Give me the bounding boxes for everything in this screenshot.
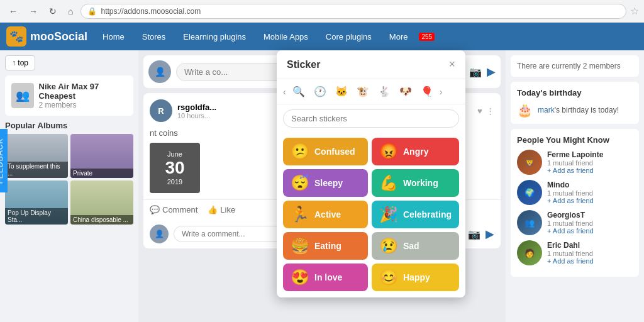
browser-bar: ← → ↻ ⌂ 🔒 https://addons.moosocial.com ☆ bbox=[0, 0, 644, 23]
like-post-btn[interactable]: ♥ bbox=[477, 106, 482, 116]
add-friend-btn[interactable]: + Add as friend bbox=[547, 197, 633, 204]
person-avatar: 🧑 bbox=[517, 240, 542, 265]
like-button[interactable]: 👍 Like bbox=[208, 205, 235, 214]
top-button[interactable]: ↑ top bbox=[5, 55, 35, 70]
person-info: Ferme Lapointe 1 mutual friend + Add as … bbox=[547, 150, 633, 174]
like-icon: 👍 bbox=[208, 205, 218, 214]
send-button[interactable]: ▶ bbox=[487, 65, 496, 79]
person-name: Mindo bbox=[547, 180, 633, 189]
sticker-grid: 😕 Confused 😡 Angry 😴 Sleepy 💪 Working 🏃 … bbox=[277, 133, 465, 297]
camera-icon-btn[interactable]: 📷 bbox=[469, 66, 482, 78]
album-label: Private bbox=[70, 169, 133, 178]
sticker-tab-search[interactable]: 🔍 bbox=[290, 83, 308, 100]
birthday-title: Today's birthday bbox=[517, 88, 633, 97]
celebrating-emoji: 🎉 bbox=[379, 206, 398, 223]
sticker-tab-2[interactable]: 🐮 bbox=[354, 83, 372, 100]
person-info: Eric Dahl 1 mutual friend + Add as frien… bbox=[547, 241, 633, 265]
lock-icon: 🔒 bbox=[87, 7, 97, 16]
celebrating-label: Celebrating bbox=[403, 209, 452, 219]
sticker-eating[interactable]: 🍔 Eating bbox=[283, 232, 368, 260]
group-icon: 👥 bbox=[11, 83, 34, 108]
sleepy-label: Sleepy bbox=[314, 178, 343, 188]
sticker-celebrating[interactable]: 🎉 Celebrating bbox=[372, 201, 459, 228]
person-info: Mindo 1 mutual friend + Add as friend bbox=[547, 180, 633, 204]
person-mutual: 1 mutual friend bbox=[547, 250, 633, 257]
confused-emoji: 😕 bbox=[291, 143, 309, 160]
photo-button[interactable]: 📷 bbox=[468, 228, 480, 240]
site-logo: 🐾 mooSocial bbox=[6, 26, 87, 47]
sticker-tab-5[interactable]: 🎈 bbox=[418, 83, 436, 100]
sad-label: Sad bbox=[403, 241, 419, 251]
sticker-inlove[interactable]: 😍 In love bbox=[283, 264, 368, 291]
add-friend-btn[interactable]: + Add as friend bbox=[547, 257, 633, 265]
members-section: There are currently 2 members bbox=[511, 55, 639, 77]
members-text: There are currently 2 members bbox=[517, 62, 633, 70]
album-label: China disposable ... bbox=[70, 215, 133, 225]
nav-elearning[interactable]: Elearning plugins bbox=[174, 23, 255, 50]
nav-stores[interactable]: Stores bbox=[133, 23, 175, 50]
feedback-tab[interactable]: FEEDBACK bbox=[0, 130, 8, 193]
album-item[interactable]: China disposable ... bbox=[70, 180, 133, 225]
post-actions: ♥ ⋮ bbox=[477, 106, 494, 116]
album-item[interactable]: To supplement this ... bbox=[5, 134, 68, 178]
person-info: GeorgiosT 1 mutual friend + Add as frien… bbox=[547, 211, 633, 235]
person-name: GeorgiosT bbox=[547, 211, 633, 219]
sticker-tab-3[interactable]: 🐇 bbox=[375, 83, 393, 100]
album-item[interactable]: Pop Up Display Sta... bbox=[5, 180, 68, 225]
modal-close-button[interactable]: × bbox=[448, 58, 455, 71]
sticker-working[interactable]: 💪 Working bbox=[372, 169, 459, 197]
album-item[interactable]: Private bbox=[70, 134, 133, 178]
sad-emoji: 😢 bbox=[379, 237, 398, 255]
birthday-link[interactable]: mark bbox=[538, 106, 555, 114]
home-button[interactable]: ⌂ bbox=[64, 4, 77, 19]
birthday-row: 🎂 mark's birthday is today! bbox=[517, 103, 633, 118]
modal-title: Sticker bbox=[287, 59, 320, 70]
nav-core[interactable]: Core plugins bbox=[317, 23, 380, 50]
refresh-button[interactable]: ↻ bbox=[45, 4, 60, 19]
angry-label: Angry bbox=[403, 147, 428, 157]
birthday-section: Today's birthday 🎂 mark's birthday is to… bbox=[511, 82, 639, 124]
sticker-sad[interactable]: 😢 Sad bbox=[372, 232, 459, 260]
confused-label: Confused bbox=[314, 147, 355, 157]
person-row: 🦁 Ferme Lapointe 1 mutual friend + Add a… bbox=[517, 150, 633, 175]
nav-more[interactable]: More bbox=[380, 23, 417, 50]
sticker-tab-next[interactable]: › bbox=[440, 87, 443, 97]
group-card: 👥 Nike Air Max 97 Cheapest 2 members bbox=[5, 75, 133, 116]
comment-send-button[interactable]: ▶ bbox=[486, 227, 494, 241]
date-month: June bbox=[167, 150, 182, 158]
nav-home[interactable]: Home bbox=[94, 23, 133, 50]
notification-badge: 255 bbox=[419, 33, 435, 41]
back-button[interactable]: ← bbox=[5, 4, 21, 19]
sticker-tab-1[interactable]: 🐱 bbox=[333, 83, 350, 100]
person-avatar: 👥 bbox=[517, 210, 542, 235]
sticker-search-input[interactable] bbox=[283, 109, 459, 128]
more-options-btn[interactable]: ⋮ bbox=[486, 106, 494, 116]
inlove-emoji: 😍 bbox=[291, 269, 309, 286]
albums-grid: To supplement this ... Private Pop Up Di… bbox=[5, 134, 133, 225]
sticker-active[interactable]: 🏃 Active bbox=[283, 201, 368, 228]
address-bar[interactable]: 🔒 https://addons.moosocial.com bbox=[80, 4, 626, 19]
bookmark-button[interactable]: ☆ bbox=[630, 5, 639, 17]
forward-button[interactable]: → bbox=[25, 4, 42, 19]
sticker-sleepy[interactable]: 😴 Sleepy bbox=[283, 169, 368, 197]
happy-emoji: 😊 bbox=[379, 269, 398, 286]
add-friend-btn[interactable]: + Add as friend bbox=[547, 227, 633, 235]
sticker-tab-4[interactable]: 🐶 bbox=[397, 83, 414, 100]
logo-icon: 🐾 bbox=[6, 26, 26, 47]
modal-header: Sticker × bbox=[277, 50, 465, 79]
sticker-tab-prev[interactable]: ‹ bbox=[283, 87, 286, 97]
comment-button[interactable]: 💬 Comment bbox=[150, 205, 197, 214]
nav-mobile[interactable]: Mobile Apps bbox=[255, 23, 317, 50]
url-text: https://addons.moosocial.com bbox=[101, 7, 201, 16]
add-friend-btn[interactable]: + Add as friend bbox=[547, 167, 633, 174]
sticker-tab-recent[interactable]: 🕐 bbox=[311, 83, 329, 100]
sticker-angry[interactable]: 😡 Angry bbox=[372, 138, 459, 165]
sticker-happy[interactable]: 😊 Happy bbox=[372, 264, 459, 291]
post-author-name: rsgoldfa... bbox=[177, 103, 216, 112]
happy-label: Happy bbox=[403, 272, 430, 282]
active-emoji: 🏃 bbox=[291, 206, 309, 223]
nav-bar: 🐾 mooSocial Home Stores Elearning plugin… bbox=[0, 23, 644, 50]
sticker-confused[interactable]: 😕 Confused bbox=[283, 138, 368, 165]
sleepy-emoji: 😴 bbox=[291, 174, 309, 192]
people-section: People You Might Know 🦁 Ferme Lapointe 1… bbox=[511, 129, 639, 277]
